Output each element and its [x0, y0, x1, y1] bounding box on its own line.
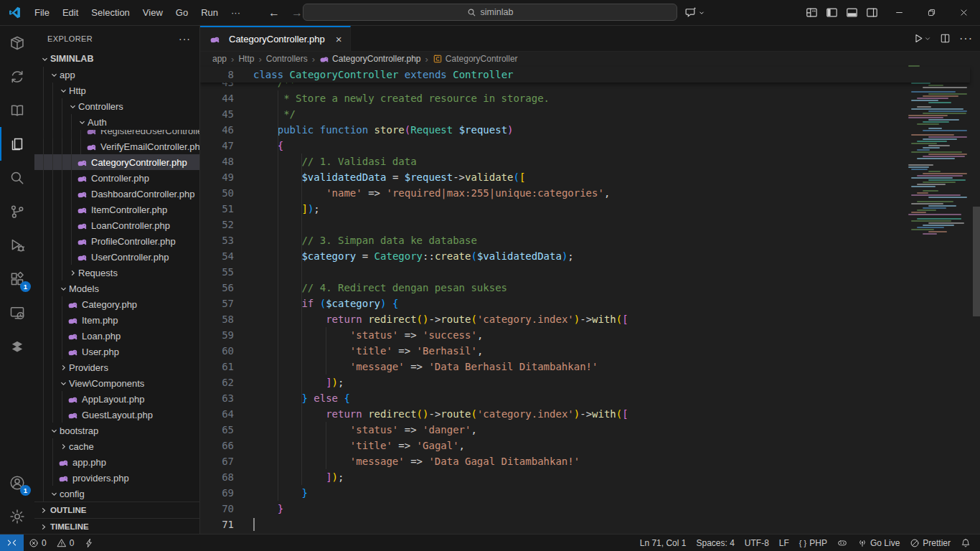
code-line[interactable]: 50 'name' => 'required|max:255|unique:ca… [200, 185, 980, 201]
copilot-button[interactable] [684, 6, 705, 19]
code-line[interactable]: 61 'message' => 'Data Berhasil Ditambahk… [200, 359, 980, 375]
tree-folder-requests[interactable]: Requests [34, 265, 199, 281]
activity-run-debug-icon[interactable] [0, 228, 34, 262]
activity-container-icon[interactable] [0, 26, 34, 60]
code-line[interactable]: 62 ]); [200, 375, 980, 390]
code-line[interactable]: 59 'status' => 'success', [200, 327, 980, 343]
timeline-section[interactable]: TIMELINE [34, 518, 199, 534]
tree-file-loancontroller.php[interactable]: LoanController.php [34, 217, 199, 233]
code-line[interactable]: 65 'status' => 'danger', [200, 422, 980, 438]
toggle-primary-sidebar-icon[interactable] [826, 6, 838, 19]
status-cursor-position[interactable]: Ln 71, Col 1 [635, 534, 692, 551]
code-line[interactable]: 47 { [200, 138, 980, 154]
breadcrumb-item-app[interactable]: app [212, 54, 227, 64]
status-eol[interactable]: LF [774, 534, 794, 551]
toggle-panel-icon[interactable] [846, 6, 858, 19]
code-line[interactable]: 64 return redirect()->route('category.in… [200, 406, 980, 422]
remote-indicator[interactable] [0, 534, 24, 551]
tree-folder-siminlab[interactable]: SIMINLAB [34, 51, 199, 67]
command-center-search[interactable]: siminlab [303, 4, 677, 21]
tree-folder-bootstrap[interactable]: bootstrap [34, 423, 199, 438]
maximize-button[interactable] [915, 0, 948, 24]
breadcrumb-item-http[interactable]: Http [238, 54, 254, 64]
code-line[interactable]: 45 */ [200, 106, 980, 122]
code-line[interactable]: 69 } [200, 485, 980, 501]
menu-file[interactable]: File [28, 6, 56, 19]
tree-file-providers.php[interactable]: providers.php [34, 470, 199, 486]
tree-folder-app[interactable]: app [34, 67, 199, 83]
tree-folder-view-components[interactable]: View\Components [34, 375, 199, 391]
code-line[interactable]: 70 } [200, 501, 980, 517]
tree-folder-config[interactable]: config [34, 486, 199, 501]
explorer-more-actions-icon[interactable]: ··· [179, 33, 191, 44]
activity-settings-gear-icon[interactable] [0, 499, 34, 533]
editor-scrollbar-thumb[interactable] [973, 207, 980, 316]
status-notifications[interactable] [956, 534, 976, 551]
tree-file-categorycontroller.php[interactable]: CategoryController.php [34, 154, 199, 170]
close-button[interactable] [948, 0, 980, 24]
code-line[interactable]: 54 $category = Category::create($validat… [200, 248, 980, 264]
activity-chevrons-icon[interactable] [0, 329, 34, 363]
tree-file-item.php[interactable]: Item.php [34, 312, 199, 328]
minimap[interactable] [907, 65, 969, 237]
status-prettier[interactable]: Prettier [905, 534, 956, 551]
tree-file-itemcontroller.php[interactable]: ItemController.php [34, 202, 199, 217]
code-line[interactable]: 63 } else { [200, 390, 980, 406]
activity-remote-explorer-icon[interactable] [0, 296, 34, 329]
toggle-secondary-sidebar-icon[interactable] [866, 6, 878, 19]
code-line[interactable]: 48 // 1. Validasi data [200, 154, 980, 169]
code-line[interactable]: 66 'title' => 'Gagal', [200, 438, 980, 453]
tree-file-app.php[interactable]: app.php [34, 454, 199, 470]
tree-file-verifyemailcontroller.php[interactable]: VerifyEmailController.php [34, 138, 199, 154]
tree-file-usercontroller.php[interactable]: UserController.php [34, 249, 199, 265]
tree-folder-controllers[interactable]: Controllers [34, 98, 199, 114]
go-forward-arrow[interactable]: → [291, 6, 303, 19]
tree-file-registeredusercontroller.php[interactable]: RegisteredUserController.php [34, 130, 199, 138]
minimize-button[interactable] [883, 0, 915, 24]
run-php-button[interactable] [913, 33, 931, 44]
code-line[interactable]: 68 ]); [200, 469, 980, 485]
activity-sync-icon[interactable] [0, 60, 34, 93]
breadcrumb-item-categorycontroller.php[interactable]: CategoryController.php [319, 54, 420, 64]
activity-search-icon[interactable] [0, 161, 34, 194]
status-encoding[interactable]: UTF-8 [740, 534, 774, 551]
menu-run[interactable]: Run [194, 6, 225, 19]
breadcrumb-item-categorycontroller[interactable]: CategoryController [433, 54, 518, 64]
editor-more-actions-icon[interactable]: ··· [959, 32, 973, 45]
sticky-scroll-line[interactable]: 8class CategoryController extends Contro… [200, 67, 970, 83]
status-language-mode[interactable]: { }PHP [794, 534, 832, 551]
split-editor-button[interactable] [940, 33, 951, 44]
close-tab-icon[interactable]: × [336, 33, 342, 45]
tree-folder-auth[interactable]: Auth [34, 114, 199, 130]
code-line[interactable]: 57 if ($category) { [200, 296, 980, 311]
code-line[interactable]: 58 return redirect()->route('category.in… [200, 311, 980, 327]
go-back-arrow[interactable]: ← [268, 6, 280, 19]
tree-file-profilecontroller.php[interactable]: ProfileController.php [34, 233, 199, 249]
code-line[interactable]: 44 * Store a newly created resource in s… [200, 90, 980, 106]
status-indentation[interactable]: Spaces: 4 [691, 534, 739, 551]
menu-[interactable]: ··· [225, 6, 247, 19]
code-line[interactable]: 60 'title' => 'Berhasil', [200, 343, 980, 359]
status-go-live[interactable]: Go Live [852, 534, 905, 551]
code-line[interactable]: 51 ]); [200, 201, 980, 217]
code-line[interactable]: 8class CategoryController extends Contro… [200, 67, 514, 83]
activity-files-icon[interactable] [0, 127, 34, 161]
code-line[interactable]: 52 [200, 217, 980, 232]
status-lightning[interactable] [79, 534, 99, 551]
activity-account-icon[interactable]: 1 [0, 466, 34, 499]
tree-file-dashboardcontroller.php[interactable]: DashboardController.php [34, 186, 199, 202]
outline-section[interactable]: OUTLINE [34, 501, 199, 518]
code-line[interactable]: 56 // 4. Redirect dengan pesan sukses [200, 280, 980, 296]
activity-book-icon[interactable] [0, 93, 34, 127]
status-warning[interactable]: 0 [52, 534, 80, 551]
breadcrumb-item-controllers[interactable]: Controllers [266, 54, 308, 64]
tree-file-controller.php[interactable]: Controller.php [34, 170, 199, 186]
menu-go[interactable]: Go [169, 6, 194, 19]
activity-source-control-icon[interactable] [0, 194, 34, 228]
layout-grid-icon[interactable] [806, 6, 818, 19]
code-line[interactable]: 49 $validatedData = $request->validate([ [200, 169, 980, 185]
code-line[interactable]: 46 public function store(Request $reques… [200, 122, 980, 138]
tree-folder-http[interactable]: Http [34, 83, 199, 98]
tree-file-category.php[interactable]: Category.php [34, 296, 199, 312]
code-editor[interactable]: 43 /**44 * Store a newly created resourc… [200, 75, 980, 534]
